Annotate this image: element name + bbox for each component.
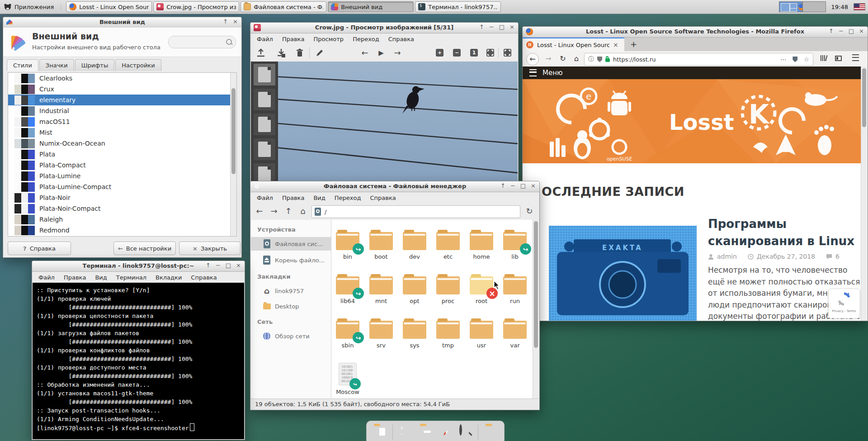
appearance-titlebar[interactable]: Внешний вид ↑ × xyxy=(3,17,241,28)
close-dialog-button[interactable]: ×Закрыть xyxy=(179,242,241,255)
file-manager-view[interactable]: ↪binbootdevetchome↪lib↪lib64mntoptproc×r… xyxy=(331,220,533,398)
trash-icon[interactable] xyxy=(295,48,305,58)
close-button[interactable]: × xyxy=(509,24,514,30)
edit-pencil-icon[interactable] xyxy=(315,48,325,58)
tab-Значки[interactable]: Значки xyxy=(39,59,74,71)
tab-Настройки[interactable]: Настройки xyxy=(115,59,161,71)
tracking-protection-icon[interactable] xyxy=(597,57,602,62)
tab-Стили[interactable]: Стили xyxy=(7,59,38,71)
file-item[interactable]: ×root xyxy=(465,274,498,304)
pocket-icon[interactable] xyxy=(793,57,797,62)
minimize-button[interactable]: − xyxy=(839,28,844,34)
applications-menu-label[interactable]: Приложения xyxy=(14,4,54,10)
file-item[interactable]: ↪lib xyxy=(498,230,532,260)
menu-item[interactable]: Вкладки xyxy=(151,273,186,282)
up-button[interactable]: ↑ xyxy=(283,206,294,217)
tab-Шрифты[interactable]: Шрифты xyxy=(75,59,115,71)
slideshow-play-icon[interactable]: ▶ xyxy=(376,48,386,58)
workspace-switcher[interactable] xyxy=(779,1,826,12)
sidebar-item-filesystem[interactable]: Файловая сис... xyxy=(251,237,331,251)
minimize-button[interactable]: − xyxy=(216,262,221,269)
dock-browser-icon[interactable] xyxy=(439,426,452,439)
article-title[interactable]: Программы сканирования в Linux xyxy=(708,216,859,250)
file-item[interactable]: 101001 101100 001001 100010 001011↪Mosco… xyxy=(331,363,364,395)
scrollbar-thumb[interactable] xyxy=(534,221,538,348)
thumbnail[interactable] xyxy=(254,163,275,182)
menu-item[interactable]: Справка xyxy=(186,273,221,282)
applications-menu[interactable]: Приложения xyxy=(0,0,57,14)
article-comments[interactable]: 6 xyxy=(835,253,840,260)
file-item[interactable]: etc xyxy=(431,230,465,260)
forward-button[interactable]: → xyxy=(542,53,554,65)
scrollbar-thumb[interactable] xyxy=(862,68,866,127)
reload-button[interactable]: ↻ xyxy=(557,53,569,65)
menu-item[interactable]: Просмотр xyxy=(309,34,348,44)
dock-folder-icon[interactable] xyxy=(485,426,498,439)
home-button[interactable]: ⌂ xyxy=(297,206,308,217)
menu-item[interactable]: Правка xyxy=(278,193,309,203)
file-item[interactable]: ↪bin xyxy=(331,230,364,260)
sidebars-icon[interactable] xyxy=(832,53,844,65)
scrollbar-thumb[interactable] xyxy=(231,88,236,174)
home-button[interactable]: ⌂ xyxy=(571,53,582,65)
terminal-screen[interactable]: :: Приступить к установке? [Y/n] (1/1) п… xyxy=(33,283,244,439)
zoom-fit-icon[interactable] xyxy=(486,49,494,57)
file-item[interactable]: var xyxy=(498,318,532,349)
file-item[interactable]: boot xyxy=(364,230,398,260)
theme-row[interactable]: Crux xyxy=(8,84,231,95)
terminal-titlebar[interactable]: Терминал - linok9757@losst-pc:~ ↑ − □ × xyxy=(32,261,245,272)
sidebar-item-network[interactable]: Обзор сети xyxy=(251,329,331,343)
thumbnail[interactable] xyxy=(254,138,275,160)
workspace-1[interactable] xyxy=(779,1,802,12)
menu-item[interactable]: Вид xyxy=(90,273,111,282)
site-menu-label[interactable]: Меню xyxy=(542,69,563,77)
image-viewer-titlebar[interactable]: Crow.jpg - Просмотр изображений [5/31] ↑… xyxy=(250,23,518,33)
theme-row[interactable]: Mist xyxy=(8,127,231,138)
menu-item[interactable]: Вид xyxy=(309,193,330,203)
path-input[interactable]: / xyxy=(311,205,520,218)
page-scrollbar[interactable] xyxy=(861,66,868,321)
site-menu-bar[interactable]: Меню xyxy=(523,66,861,79)
minimize-button[interactable]: − xyxy=(489,24,494,30)
menu-item[interactable]: Правка xyxy=(59,273,90,282)
workspace-2[interactable] xyxy=(802,1,826,12)
file-manager-titlebar[interactable]: Файловая система - Файловый менеджер ↑ −… xyxy=(250,181,539,192)
help-button[interactable]: ?Справка xyxy=(8,242,71,255)
theme-row[interactable]: Plata-Lumine-Compact xyxy=(8,181,231,192)
menu-hamburger-icon[interactable] xyxy=(849,53,861,65)
close-button[interactable]: × xyxy=(859,28,864,34)
menu-item[interactable]: Файл xyxy=(252,34,278,44)
maximize-button[interactable]: □ xyxy=(226,262,231,269)
sidebar-item-desktop[interactable]: Desktop xyxy=(251,299,331,313)
file-item[interactable]: usr xyxy=(465,318,498,349)
file-item[interactable]: ↪sbin xyxy=(331,318,364,349)
zoom-in-icon[interactable]: + xyxy=(436,49,443,57)
file-item[interactable]: run xyxy=(498,274,532,304)
theme-row[interactable]: elementary xyxy=(8,95,231,105)
clock[interactable]: 19:48 xyxy=(831,4,848,10)
menu-item[interactable]: Переход xyxy=(348,34,384,44)
theme-row[interactable]: Clearlooks xyxy=(8,73,231,84)
zoom-out-icon[interactable]: − xyxy=(453,49,461,57)
photo-canvas[interactable] xyxy=(278,62,518,182)
url-bar[interactable]: ⓘ https://losst.ru ⋯ ☆ xyxy=(584,53,813,66)
back-button[interactable]: ← xyxy=(526,53,539,66)
theme-row[interactable]: Industrial xyxy=(8,105,231,116)
file-scrollbar[interactable] xyxy=(533,220,539,398)
firefox-titlebar[interactable]: Losst - Linux Open Source Software Techn… xyxy=(523,27,868,38)
theme-row[interactable]: Redmond xyxy=(8,225,231,236)
shade-button[interactable]: ↑ xyxy=(206,262,211,269)
close-button[interactable]: × xyxy=(233,18,238,25)
back-button[interactable]: ← xyxy=(254,206,265,217)
fullscreen-icon[interactable] xyxy=(504,49,511,57)
page-actions-icon[interactable]: ⋯ xyxy=(780,56,786,63)
library-icon[interactable] xyxy=(818,53,830,65)
browser-tab[interactable]: lt Losst - Linux Open Sourc × xyxy=(523,38,624,51)
search-input[interactable] xyxy=(168,36,236,48)
close-button[interactable]: × xyxy=(531,182,536,189)
file-item[interactable]: srv xyxy=(364,318,398,349)
theme-row[interactable]: Numix-Ocean-Ocean xyxy=(8,138,231,149)
next-image-icon[interactable]: → xyxy=(392,48,402,58)
taskbar-button[interactable]: Внешний вид xyxy=(328,1,414,12)
menu-item[interactable]: Файл xyxy=(34,273,59,282)
